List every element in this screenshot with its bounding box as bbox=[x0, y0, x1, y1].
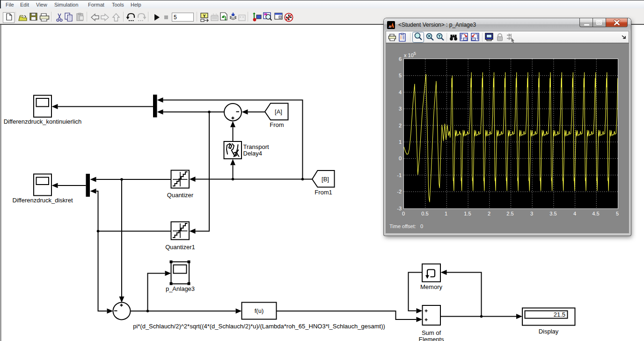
svg-text:p_Anlage3: p_Anlage3 bbox=[166, 285, 195, 292]
svg-text:Transport: Transport bbox=[243, 143, 270, 150]
svg-text:From1: From1 bbox=[315, 189, 332, 196]
svg-text:Sum of: Sum of bbox=[422, 329, 441, 336]
svg-text:Quantizer1: Quantizer1 bbox=[165, 244, 195, 251]
svg-text:[A]: [A] bbox=[275, 108, 282, 115]
svg-text:Delay4: Delay4 bbox=[243, 150, 262, 157]
svg-text:Elements: Elements bbox=[418, 336, 444, 341]
svg-text:f(u): f(u) bbox=[255, 307, 264, 314]
svg-text:Display: Display bbox=[539, 328, 559, 335]
svg-text:pi*(d_Schlauch/2)^2*sqrt((4*(d: pi*(d_Schlauch/2)^2*sqrt((4*(d_Schlauch/… bbox=[133, 323, 385, 330]
svg-text:[B]: [B] bbox=[322, 176, 329, 183]
svg-text:From: From bbox=[270, 121, 284, 128]
svg-text:21.5: 21.5 bbox=[554, 311, 565, 318]
svg-text:Quantizer: Quantizer bbox=[167, 192, 194, 199]
svg-text:Differenzdruck_diskret: Differenzdruck_diskret bbox=[12, 197, 73, 204]
svg-text:Differenzdruck_kontinuierlich: Differenzdruck_kontinuierlich bbox=[4, 118, 82, 125]
svg-text:Memory: Memory bbox=[420, 283, 442, 290]
